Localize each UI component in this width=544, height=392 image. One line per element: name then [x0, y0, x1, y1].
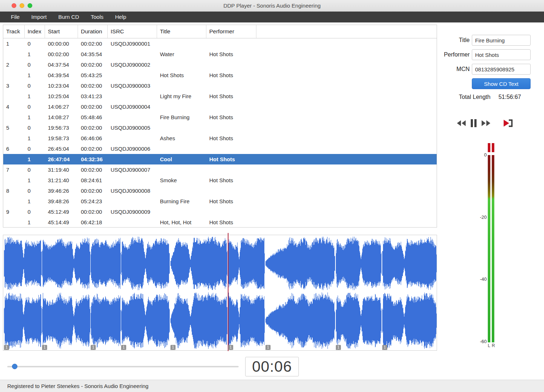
level-meters: 0-20-40-60 L R [478, 143, 503, 353]
playhead-cursor[interactable] [228, 233, 228, 351]
table-row[interactable]: 3010:23:0400:02:00USQDJ0900003 [3, 80, 437, 91]
table-row[interactable]: 8039:46:2600:02:00USQDJ0900008 [3, 185, 437, 196]
track-index-marker[interactable]: 1 [4, 345, 9, 350]
cell-filler [256, 38, 437, 49]
cell-isrc [108, 217, 157, 228]
cell-track [3, 112, 25, 122]
column-header-performer[interactable]: Performer [206, 25, 256, 38]
track-index-marker[interactable]: 1 [42, 345, 47, 350]
meter-scale-minus60: -60 [478, 339, 487, 344]
track-index-marker[interactable]: 1 [382, 345, 387, 350]
title-label: Title [441, 37, 470, 43]
table-row[interactable]: 4014:06:2700:02:00USQDJ0900004 [3, 101, 437, 112]
cell-isrc [108, 112, 157, 122]
cell-title [157, 80, 206, 91]
cell-start: 31:21:40 [45, 175, 78, 185]
column-header-start[interactable]: Start [45, 25, 78, 38]
cell-duration: 00:02:00 [78, 164, 108, 175]
cell-start: 00:00:00 [45, 38, 78, 49]
cell-track: 1 [3, 38, 25, 49]
table-row[interactable]: 110:25:0403:41:23Light my FireHot Shots [3, 91, 437, 101]
meter-scale-0: 0 [478, 152, 487, 158]
table-row[interactable]: 119:58:7306:46:06AshesHot Shots [3, 133, 437, 143]
menu-tools[interactable]: Tools [85, 12, 109, 22]
cell-filler [256, 112, 437, 122]
cell-duration: 04:32:36 [78, 154, 108, 164]
cell-track [3, 91, 25, 101]
cell-track: 8 [3, 185, 25, 196]
pause-button[interactable] [467, 117, 480, 129]
table-row[interactable]: 7031:19:4000:02:00USQDJ0900007 [3, 164, 437, 175]
column-header-title[interactable]: Title [157, 25, 206, 38]
cell-filler [256, 196, 437, 207]
cell-start: 19:58:73 [45, 133, 78, 143]
cell-isrc [108, 175, 157, 185]
performer-field[interactable] [472, 49, 531, 60]
cell-index: 0 [25, 207, 45, 217]
column-header-duration[interactable]: Duration [78, 25, 108, 38]
table-row[interactable]: 126:47:0404:32:36CoolHot Shots [3, 154, 437, 164]
table-row[interactable]: 100:02:0004:35:54WaterHot Shots [3, 49, 437, 59]
seek-slider-knob[interactable] [12, 364, 17, 369]
cell-index: 0 [25, 143, 45, 154]
waveform-display[interactable]: 111111111 [3, 235, 437, 351]
track-index-marker[interactable]: 1 [336, 345, 341, 350]
menu-burn-cd[interactable]: Burn CD [53, 12, 85, 22]
rewind-button[interactable] [455, 117, 467, 129]
table-row[interactable]: 9045:12:4900:02:00USQDJ0900009 [3, 207, 437, 217]
cell-index: 1 [25, 175, 45, 185]
zoom-button[interactable] [28, 3, 32, 8]
cd-text-panel: Title Performer MCN Show CD Text Total L… [441, 35, 539, 100]
fast-forward-button[interactable] [480, 117, 492, 129]
cell-filler [256, 143, 437, 154]
close-button[interactable] [12, 3, 16, 8]
cell-filler [256, 175, 437, 185]
registration-text: Registered to Pieter Stenekes - Sonoris … [7, 383, 148, 389]
table-row[interactable]: 104:39:5405:43:25Hot ShotsHot Shots [3, 70, 437, 80]
column-header-isrc[interactable]: ISRC [108, 25, 157, 38]
seek-slider[interactable] [7, 364, 239, 370]
table-row[interactable]: 131:21:4008:24:61SmokeHot Shots [3, 175, 437, 185]
meter-peak-left [488, 143, 490, 152]
performer-label: Performer [441, 51, 470, 58]
table-row[interactable]: 114:08:2705:48:46Fire BurningHot Shots [3, 112, 437, 122]
show-cd-text-button[interactable]: Show CD Text [472, 78, 531, 89]
table-row[interactable]: 145:14:4906:42:18Hot, Hot, HotHot Shots [3, 217, 437, 228]
seek-slider-track[interactable] [7, 366, 239, 367]
cell-duration: 04:35:54 [78, 49, 108, 59]
cell-title: Smoke [157, 175, 206, 185]
table-row[interactable]: 2004:37:5400:02:00USQDJ0900002 [3, 59, 437, 70]
table-row[interactable]: 1000:00:0000:02:00USQDJ0900001 [3, 38, 437, 49]
cell-track: 4 [3, 101, 25, 112]
column-header-track[interactable]: Track [3, 25, 25, 38]
menu-import[interactable]: Import [25, 12, 53, 22]
menu-help[interactable]: Help [109, 12, 132, 22]
track-index-marker[interactable]: 1 [228, 345, 233, 350]
cell-title [157, 122, 206, 133]
cell-title: Burning Fire [157, 196, 206, 207]
cell-isrc: USQDJ0900003 [108, 80, 157, 91]
cell-performer: Hot Shots [206, 91, 256, 101]
track-index-marker[interactable]: 1 [265, 345, 271, 350]
waveform-canvas[interactable] [3, 235, 437, 350]
track-index-marker[interactable]: 1 [170, 345, 176, 350]
minimize-button[interactable] [20, 3, 24, 8]
table-row[interactable]: 5019:56:7300:02:00USQDJ0900005 [3, 122, 437, 133]
cell-index: 1 [25, 49, 45, 59]
cell-filler [256, 154, 437, 164]
play-to-marker-button[interactable] [502, 117, 515, 129]
status-bar: Registered to Pieter Stenekes - Sonoris … [0, 380, 544, 392]
cell-title [157, 207, 206, 217]
cell-duration: 00:02:00 [78, 122, 108, 133]
track-index-marker[interactable]: 1 [121, 345, 126, 350]
menu-file[interactable]: File [5, 12, 25, 22]
track-index-marker[interactable]: 1 [91, 345, 96, 350]
cell-duration: 05:24:23 [78, 196, 108, 207]
meter-bar-right [492, 155, 494, 342]
play-to-marker-icon [502, 118, 515, 128]
column-header-index[interactable]: Index [25, 25, 45, 38]
table-row[interactable]: 139:48:2605:24:23Burning FireHot Shots [3, 196, 437, 207]
mcn-field[interactable] [472, 64, 531, 75]
title-field[interactable] [472, 35, 531, 46]
table-row[interactable]: 6026:45:0400:02:00USQDJ0900006 [3, 143, 437, 154]
